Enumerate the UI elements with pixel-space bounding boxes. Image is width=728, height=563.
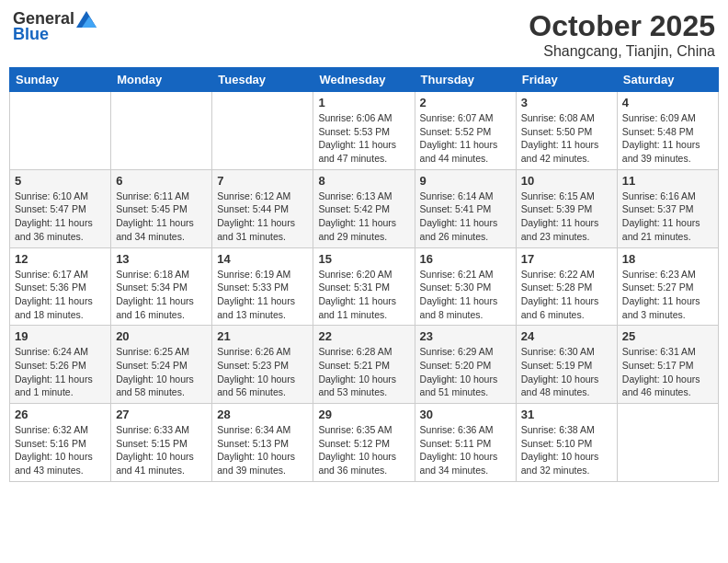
day-number: 6	[116, 174, 207, 188]
day-info: Sunrise: 6:32 AM Sunset: 5:16 PM Dayligh…	[15, 423, 106, 477]
weekday-header-tuesday: Tuesday	[212, 68, 313, 92]
logo-icon	[76, 11, 97, 28]
day-number: 21	[217, 329, 308, 343]
calendar-cell: 28Sunrise: 6:34 AM Sunset: 5:13 PM Dayli…	[212, 404, 313, 482]
day-info: Sunrise: 6:14 AM Sunset: 5:41 PM Dayligh…	[420, 190, 511, 244]
day-number: 11	[622, 174, 713, 188]
day-number: 14	[217, 252, 308, 266]
day-info: Sunrise: 6:30 AM Sunset: 5:19 PM Dayligh…	[521, 345, 612, 399]
day-info: Sunrise: 6:18 AM Sunset: 5:34 PM Dayligh…	[116, 268, 207, 322]
calendar-cell: 30Sunrise: 6:36 AM Sunset: 5:11 PM Dayli…	[415, 404, 516, 482]
calendar-week-row: 12Sunrise: 6:17 AM Sunset: 5:36 PM Dayli…	[10, 247, 719, 326]
calendar-cell: 18Sunrise: 6:23 AM Sunset: 5:27 PM Dayli…	[617, 247, 718, 326]
calendar-week-row: 26Sunrise: 6:32 AM Sunset: 5:16 PM Dayli…	[10, 404, 719, 482]
day-number: 22	[318, 329, 409, 343]
calendar-cell	[212, 92, 313, 170]
day-info: Sunrise: 6:17 AM Sunset: 5:36 PM Dayligh…	[15, 268, 106, 322]
day-info: Sunrise: 6:11 AM Sunset: 5:45 PM Dayligh…	[116, 190, 207, 244]
weekday-header-saturday: Saturday	[617, 68, 718, 92]
calendar-cell: 4Sunrise: 6:09 AM Sunset: 5:48 PM Daylig…	[617, 92, 718, 170]
day-info: Sunrise: 6:25 AM Sunset: 5:24 PM Dayligh…	[116, 345, 207, 399]
day-info: Sunrise: 6:28 AM Sunset: 5:21 PM Dayligh…	[318, 345, 409, 399]
calendar-cell: 15Sunrise: 6:20 AM Sunset: 5:31 PM Dayli…	[313, 247, 415, 326]
title-block: October 2025 Shangcang, Tianjin, China	[529, 9, 715, 60]
day-info: Sunrise: 6:12 AM Sunset: 5:44 PM Dayligh…	[217, 190, 308, 244]
day-number: 3	[521, 96, 612, 109]
calendar-cell: 6Sunrise: 6:11 AM Sunset: 5:45 PM Daylig…	[111, 169, 212, 247]
day-info: Sunrise: 6:26 AM Sunset: 5:23 PM Dayligh…	[217, 345, 308, 399]
calendar-cell: 8Sunrise: 6:13 AM Sunset: 5:42 PM Daylig…	[313, 169, 415, 247]
location-title: Shangcang, Tianjin, China	[529, 43, 715, 60]
day-info: Sunrise: 6:10 AM Sunset: 5:47 PM Dayligh…	[15, 190, 106, 244]
calendar-cell: 29Sunrise: 6:35 AM Sunset: 5:12 PM Dayli…	[313, 404, 415, 482]
weekday-header-sunday: Sunday	[10, 68, 111, 92]
calendar-week-row: 19Sunrise: 6:24 AM Sunset: 5:26 PM Dayli…	[10, 326, 719, 404]
calendar-cell: 12Sunrise: 6:17 AM Sunset: 5:36 PM Dayli…	[10, 247, 111, 326]
calendar-cell: 2Sunrise: 6:07 AM Sunset: 5:52 PM Daylig…	[415, 92, 516, 170]
day-info: Sunrise: 6:31 AM Sunset: 5:17 PM Dayligh…	[622, 345, 713, 399]
day-number: 17	[521, 252, 612, 266]
weekday-header-wednesday: Wednesday	[313, 68, 415, 92]
weekday-header-row: SundayMondayTuesdayWednesdayThursdayFrid…	[10, 68, 719, 92]
day-number: 25	[622, 329, 713, 343]
day-number: 26	[15, 408, 106, 421]
calendar-cell: 19Sunrise: 6:24 AM Sunset: 5:26 PM Dayli…	[10, 326, 111, 404]
day-info: Sunrise: 6:29 AM Sunset: 5:20 PM Dayligh…	[420, 345, 511, 399]
day-info: Sunrise: 6:08 AM Sunset: 5:50 PM Dayligh…	[521, 111, 612, 166]
calendar-cell: 26Sunrise: 6:32 AM Sunset: 5:16 PM Dayli…	[10, 404, 111, 482]
day-number: 9	[420, 174, 511, 188]
weekday-header-friday: Friday	[516, 68, 617, 92]
calendar-cell: 11Sunrise: 6:16 AM Sunset: 5:37 PM Dayli…	[617, 169, 718, 247]
day-number: 27	[116, 408, 207, 421]
day-number: 23	[420, 329, 511, 343]
calendar-cell: 3Sunrise: 6:08 AM Sunset: 5:50 PM Daylig…	[516, 92, 617, 170]
calendar-cell: 21Sunrise: 6:26 AM Sunset: 5:23 PM Dayli…	[212, 326, 313, 404]
calendar-cell: 13Sunrise: 6:18 AM Sunset: 5:34 PM Dayli…	[111, 247, 212, 326]
weekday-header-monday: Monday	[111, 68, 212, 92]
logo-blue: Blue	[13, 25, 49, 44]
day-number: 19	[15, 329, 106, 343]
day-info: Sunrise: 6:21 AM Sunset: 5:30 PM Dayligh…	[420, 268, 511, 322]
calendar-cell: 22Sunrise: 6:28 AM Sunset: 5:21 PM Dayli…	[313, 326, 415, 404]
calendar-cell: 27Sunrise: 6:33 AM Sunset: 5:15 PM Dayli…	[111, 404, 212, 482]
day-number: 8	[318, 174, 409, 188]
day-number: 12	[15, 252, 106, 266]
day-info: Sunrise: 6:09 AM Sunset: 5:48 PM Dayligh…	[622, 111, 713, 166]
day-number: 29	[318, 408, 409, 421]
calendar-cell: 9Sunrise: 6:14 AM Sunset: 5:41 PM Daylig…	[415, 169, 516, 247]
day-info: Sunrise: 6:06 AM Sunset: 5:53 PM Dayligh…	[318, 111, 409, 166]
day-info: Sunrise: 6:22 AM Sunset: 5:28 PM Dayligh…	[521, 268, 612, 322]
day-number: 30	[420, 408, 511, 421]
day-info: Sunrise: 6:38 AM Sunset: 5:10 PM Dayligh…	[521, 423, 612, 477]
day-number: 7	[217, 174, 308, 188]
day-number: 24	[521, 329, 612, 343]
day-info: Sunrise: 6:36 AM Sunset: 5:11 PM Dayligh…	[420, 423, 511, 477]
day-number: 15	[318, 252, 409, 266]
logo: General Blue	[13, 9, 97, 44]
day-number: 31	[521, 408, 612, 421]
calendar-cell: 10Sunrise: 6:15 AM Sunset: 5:39 PM Dayli…	[516, 169, 617, 247]
day-number: 2	[420, 96, 511, 109]
calendar-week-row: 5Sunrise: 6:10 AM Sunset: 5:47 PM Daylig…	[10, 169, 719, 247]
day-info: Sunrise: 6:19 AM Sunset: 5:33 PM Dayligh…	[217, 268, 308, 322]
calendar-cell: 14Sunrise: 6:19 AM Sunset: 5:33 PM Dayli…	[212, 247, 313, 326]
day-number: 5	[15, 174, 106, 188]
calendar-cell: 16Sunrise: 6:21 AM Sunset: 5:30 PM Dayli…	[415, 247, 516, 326]
day-info: Sunrise: 6:13 AM Sunset: 5:42 PM Dayligh…	[318, 190, 409, 244]
calendar-cell: 1Sunrise: 6:06 AM Sunset: 5:53 PM Daylig…	[313, 92, 415, 170]
calendar-cell: 5Sunrise: 6:10 AM Sunset: 5:47 PM Daylig…	[10, 169, 111, 247]
calendar-cell: 23Sunrise: 6:29 AM Sunset: 5:20 PM Dayli…	[415, 326, 516, 404]
calendar-table: SundayMondayTuesdayWednesdayThursdayFrid…	[9, 67, 719, 482]
calendar-week-row: 1Sunrise: 6:06 AM Sunset: 5:53 PM Daylig…	[10, 92, 719, 170]
day-number: 10	[521, 174, 612, 188]
weekday-header-thursday: Thursday	[415, 68, 516, 92]
day-info: Sunrise: 6:34 AM Sunset: 5:13 PM Dayligh…	[217, 423, 308, 477]
day-number: 20	[116, 329, 207, 343]
day-number: 18	[622, 252, 713, 266]
day-info: Sunrise: 6:35 AM Sunset: 5:12 PM Dayligh…	[318, 423, 409, 477]
day-info: Sunrise: 6:33 AM Sunset: 5:15 PM Dayligh…	[116, 423, 207, 477]
day-info: Sunrise: 6:24 AM Sunset: 5:26 PM Dayligh…	[15, 345, 106, 399]
day-info: Sunrise: 6:23 AM Sunset: 5:27 PM Dayligh…	[622, 268, 713, 322]
calendar-cell: 20Sunrise: 6:25 AM Sunset: 5:24 PM Dayli…	[111, 326, 212, 404]
day-number: 1	[318, 96, 409, 109]
